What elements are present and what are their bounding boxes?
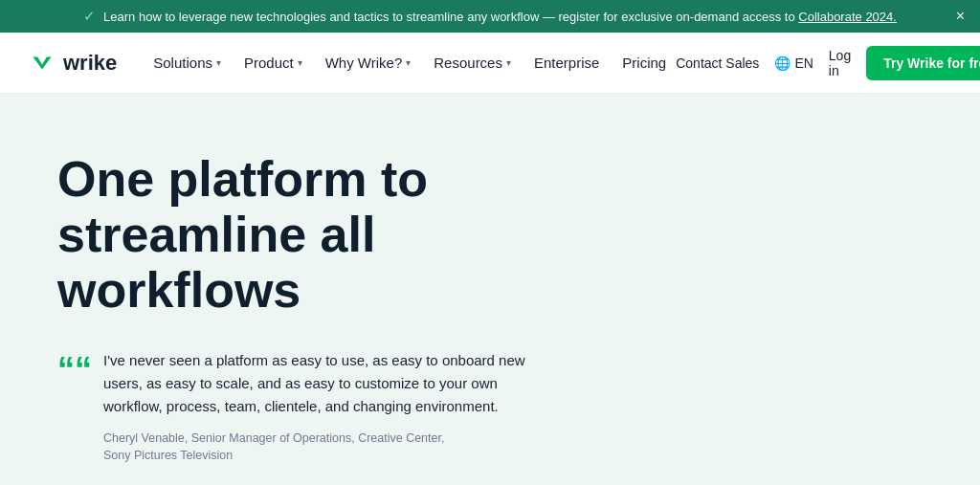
chevron-down-icon: ▾: [298, 57, 302, 68]
hero-content: One platform to streamline all workflows…: [0, 94, 593, 485]
language-selector[interactable]: 🌐 EN: [774, 55, 813, 71]
announcement-banner: ✓ Learn how to leverage new technologies…: [0, 0, 980, 33]
logo-link[interactable]: wrike: [27, 48, 117, 78]
quote-body: I've never seen a platform as easy to us…: [103, 349, 536, 466]
wrike-logo-icon: [27, 48, 57, 78]
banner-close-button[interactable]: ×: [956, 9, 965, 24]
svg-marker-0: [33, 56, 51, 69]
nav-item-why-wrike[interactable]: Why Wrike? ▾: [316, 47, 421, 78]
nav-item-product[interactable]: Product ▾: [234, 47, 312, 78]
nav-links: Solutions ▾ Product ▾ Why Wrike? ▾ Resou…: [144, 47, 676, 78]
nav-item-resources[interactable]: Resources ▾: [424, 47, 521, 78]
contact-sales-link[interactable]: Contact Sales: [676, 55, 759, 71]
nav-cta-button[interactable]: Try Wrike for free: [866, 46, 980, 80]
quote-text: I've never seen a platform as easy to us…: [103, 349, 536, 418]
main-nav: wrike Solutions ▾ Product ▾ Why Wrike? ▾…: [0, 33, 980, 94]
testimonial-quote: ““ I've never seen a platform as easy to…: [57, 349, 536, 466]
globe-icon: 🌐: [774, 55, 791, 71]
check-icon: ✓: [83, 8, 96, 25]
nav-item-solutions[interactable]: Solutions ▾: [144, 47, 231, 78]
chevron-down-icon: ▾: [406, 57, 411, 68]
nav-right: Contact Sales 🌐 EN Log in Try Wrike for …: [676, 46, 980, 80]
nav-item-pricing[interactable]: Pricing: [612, 47, 676, 78]
banner-text: Learn how to leverage new technologies a…: [103, 10, 897, 24]
chevron-down-icon: ▾: [506, 57, 511, 68]
logo-text: wrike: [63, 51, 117, 76]
hero-title: One platform to streamline all workflows: [57, 151, 536, 319]
quote-author: Cheryl Venable, Senior Manager of Operat…: [103, 430, 536, 466]
banner-link[interactable]: Collaborate 2024.: [798, 10, 897, 24]
hero-section: One platform to streamline all workflows…: [0, 94, 980, 485]
nav-item-enterprise[interactable]: Enterprise: [524, 47, 609, 78]
quote-marks-icon: ““: [57, 353, 92, 466]
login-link[interactable]: Log in: [829, 48, 851, 78]
chevron-down-icon: ▾: [216, 57, 221, 68]
